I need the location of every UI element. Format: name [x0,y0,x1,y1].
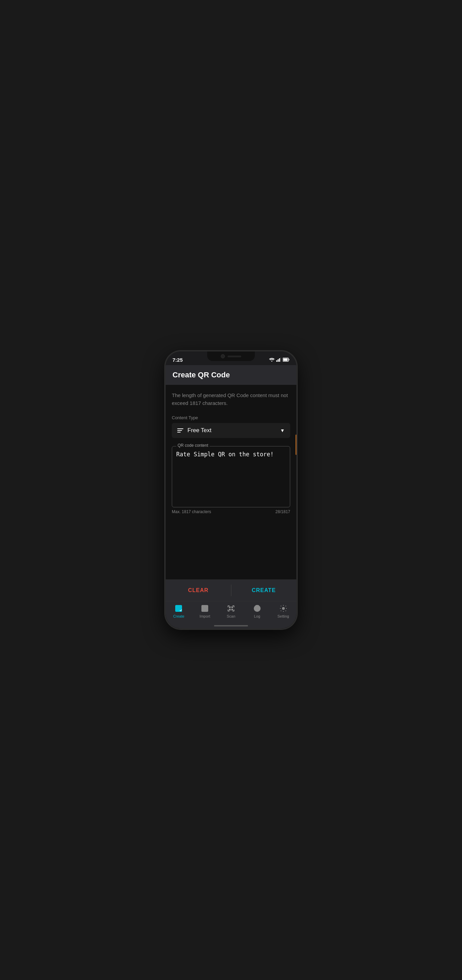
svg-point-16 [283,608,284,609]
svg-rect-6 [283,359,288,361]
qr-content-input[interactable]: Rate Simple QR on the store! [176,450,286,501]
nav-item-import[interactable]: Import [192,604,218,618]
wifi-icon [269,358,275,362]
nav-item-setting[interactable]: Setting [270,604,296,618]
phone-notch [207,352,255,361]
create-nav-icon [174,604,183,613]
svg-rect-13 [229,609,231,611]
create-button[interactable]: CREATE [231,585,297,596]
svg-rect-0 [276,360,277,362]
scan-nav-icon [227,604,235,613]
scan-nav-label: Scan [227,614,235,618]
nav-item-create[interactable]: Create [166,604,192,618]
import-nav-icon [200,604,209,613]
page-title: Create QR Code [173,371,230,379]
bottom-nav: Create Import [166,601,296,624]
char-count-text: 28/1817 [276,509,290,514]
home-indicator [166,624,296,628]
import-nav-label: Import [200,614,210,618]
content-type-value: Free Text [187,427,276,434]
svg-rect-5 [289,359,289,360]
app-header: Create QR Code [166,365,296,385]
nav-item-log[interactable]: Log [244,604,270,618]
log-nav-icon [253,604,262,613]
svg-rect-2 [279,358,280,362]
log-nav-label: Log [254,614,260,618]
qr-content-label: QR code content [176,443,210,448]
svg-point-10 [203,607,204,608]
qr-content-container: QR code content Rate Simple QR on the st… [172,446,290,508]
status-time: 7:25 [173,357,183,363]
svg-rect-3 [280,358,281,362]
chevron-down-icon: ▼ [280,428,285,433]
content-area: The length of generated QR Code content … [166,385,296,579]
clear-button[interactable]: CLEAR [166,585,231,596]
svg-rect-1 [278,360,279,362]
home-indicator-bar [214,625,248,627]
battery-icon [283,358,289,362]
setting-nav-icon [279,604,288,613]
phone-frame: 7:25 [165,350,297,630]
action-buttons: CLEAR CREATE [166,579,296,601]
content-type-selector[interactable]: Free Text ▼ [172,423,290,438]
signal-icon [276,358,281,362]
svg-rect-12 [231,606,233,608]
svg-rect-14 [231,609,233,611]
char-max-text: Max. 1817 characters [172,509,211,514]
description-text: The length of generated QR Code content … [172,392,290,407]
front-camera [221,354,225,358]
side-accent [295,434,297,455]
nav-item-scan[interactable]: Scan [218,604,244,618]
setting-nav-label: Setting [277,614,289,618]
svg-rect-11 [229,606,231,608]
content-type-label: Content Type [172,415,290,420]
char-count-row: Max. 1817 characters 28/1817 [172,509,290,514]
create-nav-label: Create [173,614,184,618]
earpiece-speaker [228,356,241,357]
status-icons [269,358,289,362]
text-lines-icon [177,428,183,433]
